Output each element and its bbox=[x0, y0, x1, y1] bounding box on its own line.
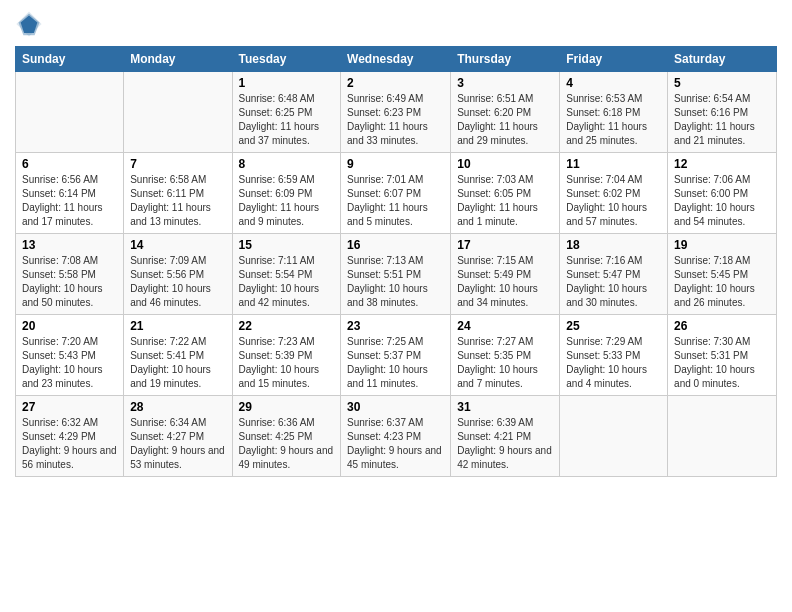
day-number: 21 bbox=[130, 319, 225, 333]
day-number: 9 bbox=[347, 157, 444, 171]
day-number: 24 bbox=[457, 319, 553, 333]
day-info: Sunrise: 7:22 AM Sunset: 5:41 PM Dayligh… bbox=[130, 335, 225, 391]
calendar-week-row: 1Sunrise: 6:48 AM Sunset: 6:25 PM Daylig… bbox=[16, 72, 777, 153]
calendar-cell: 1Sunrise: 6:48 AM Sunset: 6:25 PM Daylig… bbox=[232, 72, 341, 153]
weekday-header: Monday bbox=[124, 47, 232, 72]
day-info: Sunrise: 7:04 AM Sunset: 6:02 PM Dayligh… bbox=[566, 173, 661, 229]
day-info: Sunrise: 6:39 AM Sunset: 4:21 PM Dayligh… bbox=[457, 416, 553, 472]
weekday-header: Sunday bbox=[16, 47, 124, 72]
calendar-cell: 18Sunrise: 7:16 AM Sunset: 5:47 PM Dayli… bbox=[560, 234, 668, 315]
day-info: Sunrise: 7:29 AM Sunset: 5:33 PM Dayligh… bbox=[566, 335, 661, 391]
day-number: 2 bbox=[347, 76, 444, 90]
calendar-cell: 16Sunrise: 7:13 AM Sunset: 5:51 PM Dayli… bbox=[341, 234, 451, 315]
day-number: 3 bbox=[457, 76, 553, 90]
calendar-cell bbox=[124, 72, 232, 153]
calendar-week-row: 20Sunrise: 7:20 AM Sunset: 5:43 PM Dayli… bbox=[16, 315, 777, 396]
calendar-cell: 14Sunrise: 7:09 AM Sunset: 5:56 PM Dayli… bbox=[124, 234, 232, 315]
day-number: 17 bbox=[457, 238, 553, 252]
calendar-cell: 20Sunrise: 7:20 AM Sunset: 5:43 PM Dayli… bbox=[16, 315, 124, 396]
day-number: 18 bbox=[566, 238, 661, 252]
calendar-cell: 27Sunrise: 6:32 AM Sunset: 4:29 PM Dayli… bbox=[16, 396, 124, 477]
day-number: 7 bbox=[130, 157, 225, 171]
day-info: Sunrise: 6:56 AM Sunset: 6:14 PM Dayligh… bbox=[22, 173, 117, 229]
day-info: Sunrise: 6:37 AM Sunset: 4:23 PM Dayligh… bbox=[347, 416, 444, 472]
day-number: 25 bbox=[566, 319, 661, 333]
day-number: 19 bbox=[674, 238, 770, 252]
day-number: 13 bbox=[22, 238, 117, 252]
day-number: 27 bbox=[22, 400, 117, 414]
day-number: 20 bbox=[22, 319, 117, 333]
weekday-header: Tuesday bbox=[232, 47, 341, 72]
day-number: 29 bbox=[239, 400, 335, 414]
day-number: 12 bbox=[674, 157, 770, 171]
day-number: 15 bbox=[239, 238, 335, 252]
day-info: Sunrise: 7:03 AM Sunset: 6:05 PM Dayligh… bbox=[457, 173, 553, 229]
day-number: 8 bbox=[239, 157, 335, 171]
day-number: 14 bbox=[130, 238, 225, 252]
day-info: Sunrise: 7:13 AM Sunset: 5:51 PM Dayligh… bbox=[347, 254, 444, 310]
calendar-cell: 6Sunrise: 6:56 AM Sunset: 6:14 PM Daylig… bbox=[16, 153, 124, 234]
calendar-cell: 24Sunrise: 7:27 AM Sunset: 5:35 PM Dayli… bbox=[451, 315, 560, 396]
day-number: 28 bbox=[130, 400, 225, 414]
day-info: Sunrise: 6:53 AM Sunset: 6:18 PM Dayligh… bbox=[566, 92, 661, 148]
calendar-cell: 30Sunrise: 6:37 AM Sunset: 4:23 PM Dayli… bbox=[341, 396, 451, 477]
weekday-header-row: SundayMondayTuesdayWednesdayThursdayFrid… bbox=[16, 47, 777, 72]
day-info: Sunrise: 7:18 AM Sunset: 5:45 PM Dayligh… bbox=[674, 254, 770, 310]
calendar-cell: 22Sunrise: 7:23 AM Sunset: 5:39 PM Dayli… bbox=[232, 315, 341, 396]
day-number: 16 bbox=[347, 238, 444, 252]
day-number: 26 bbox=[674, 319, 770, 333]
calendar-cell: 29Sunrise: 6:36 AM Sunset: 4:25 PM Dayli… bbox=[232, 396, 341, 477]
calendar-cell bbox=[16, 72, 124, 153]
page-container: SundayMondayTuesdayWednesdayThursdayFrid… bbox=[0, 0, 792, 487]
calendar-cell: 8Sunrise: 6:59 AM Sunset: 6:09 PM Daylig… bbox=[232, 153, 341, 234]
calendar-cell: 2Sunrise: 6:49 AM Sunset: 6:23 PM Daylig… bbox=[341, 72, 451, 153]
calendar-cell: 28Sunrise: 6:34 AM Sunset: 4:27 PM Dayli… bbox=[124, 396, 232, 477]
calendar-cell: 17Sunrise: 7:15 AM Sunset: 5:49 PM Dayli… bbox=[451, 234, 560, 315]
day-number: 4 bbox=[566, 76, 661, 90]
day-info: Sunrise: 6:36 AM Sunset: 4:25 PM Dayligh… bbox=[239, 416, 335, 472]
day-info: Sunrise: 6:32 AM Sunset: 4:29 PM Dayligh… bbox=[22, 416, 117, 472]
calendar-week-row: 13Sunrise: 7:08 AM Sunset: 5:58 PM Dayli… bbox=[16, 234, 777, 315]
day-info: Sunrise: 7:20 AM Sunset: 5:43 PM Dayligh… bbox=[22, 335, 117, 391]
day-info: Sunrise: 6:54 AM Sunset: 6:16 PM Dayligh… bbox=[674, 92, 770, 148]
calendar-cell: 12Sunrise: 7:06 AM Sunset: 6:00 PM Dayli… bbox=[668, 153, 777, 234]
calendar-cell: 15Sunrise: 7:11 AM Sunset: 5:54 PM Dayli… bbox=[232, 234, 341, 315]
day-number: 31 bbox=[457, 400, 553, 414]
day-info: Sunrise: 6:34 AM Sunset: 4:27 PM Dayligh… bbox=[130, 416, 225, 472]
day-number: 30 bbox=[347, 400, 444, 414]
calendar-cell bbox=[668, 396, 777, 477]
calendar-cell: 19Sunrise: 7:18 AM Sunset: 5:45 PM Dayli… bbox=[668, 234, 777, 315]
calendar-cell: 5Sunrise: 6:54 AM Sunset: 6:16 PM Daylig… bbox=[668, 72, 777, 153]
calendar-cell: 7Sunrise: 6:58 AM Sunset: 6:11 PM Daylig… bbox=[124, 153, 232, 234]
day-info: Sunrise: 7:23 AM Sunset: 5:39 PM Dayligh… bbox=[239, 335, 335, 391]
weekday-header: Friday bbox=[560, 47, 668, 72]
day-number: 11 bbox=[566, 157, 661, 171]
day-number: 5 bbox=[674, 76, 770, 90]
day-info: Sunrise: 7:09 AM Sunset: 5:56 PM Dayligh… bbox=[130, 254, 225, 310]
day-info: Sunrise: 7:01 AM Sunset: 6:07 PM Dayligh… bbox=[347, 173, 444, 229]
day-info: Sunrise: 6:59 AM Sunset: 6:09 PM Dayligh… bbox=[239, 173, 335, 229]
calendar-cell: 21Sunrise: 7:22 AM Sunset: 5:41 PM Dayli… bbox=[124, 315, 232, 396]
day-info: Sunrise: 7:06 AM Sunset: 6:00 PM Dayligh… bbox=[674, 173, 770, 229]
day-number: 22 bbox=[239, 319, 335, 333]
day-info: Sunrise: 7:30 AM Sunset: 5:31 PM Dayligh… bbox=[674, 335, 770, 391]
day-number: 6 bbox=[22, 157, 117, 171]
weekday-header: Wednesday bbox=[341, 47, 451, 72]
calendar-cell bbox=[560, 396, 668, 477]
day-info: Sunrise: 7:25 AM Sunset: 5:37 PM Dayligh… bbox=[347, 335, 444, 391]
calendar-cell: 23Sunrise: 7:25 AM Sunset: 5:37 PM Dayli… bbox=[341, 315, 451, 396]
calendar-cell: 10Sunrise: 7:03 AM Sunset: 6:05 PM Dayli… bbox=[451, 153, 560, 234]
calendar-week-row: 27Sunrise: 6:32 AM Sunset: 4:29 PM Dayli… bbox=[16, 396, 777, 477]
day-info: Sunrise: 7:11 AM Sunset: 5:54 PM Dayligh… bbox=[239, 254, 335, 310]
day-info: Sunrise: 6:49 AM Sunset: 6:23 PM Dayligh… bbox=[347, 92, 444, 148]
logo bbox=[15, 10, 47, 38]
day-info: Sunrise: 6:58 AM Sunset: 6:11 PM Dayligh… bbox=[130, 173, 225, 229]
calendar-cell: 9Sunrise: 7:01 AM Sunset: 6:07 PM Daylig… bbox=[341, 153, 451, 234]
calendar-week-row: 6Sunrise: 6:56 AM Sunset: 6:14 PM Daylig… bbox=[16, 153, 777, 234]
calendar-cell: 3Sunrise: 6:51 AM Sunset: 6:20 PM Daylig… bbox=[451, 72, 560, 153]
logo-icon bbox=[15, 10, 43, 38]
day-info: Sunrise: 6:51 AM Sunset: 6:20 PM Dayligh… bbox=[457, 92, 553, 148]
weekday-header: Saturday bbox=[668, 47, 777, 72]
day-info: Sunrise: 7:15 AM Sunset: 5:49 PM Dayligh… bbox=[457, 254, 553, 310]
calendar-cell: 11Sunrise: 7:04 AM Sunset: 6:02 PM Dayli… bbox=[560, 153, 668, 234]
